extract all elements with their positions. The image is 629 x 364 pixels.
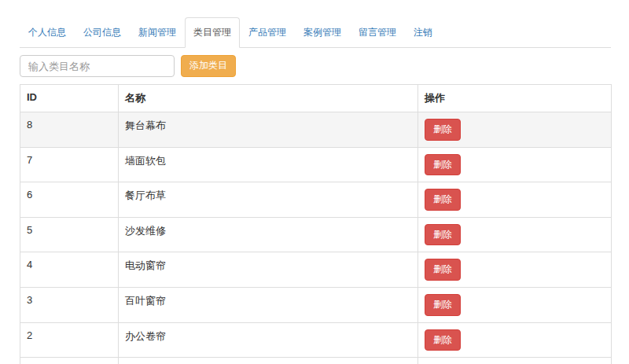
row-id-cell: 8 (20, 112, 119, 148)
nav-tabs: 个人信息公司信息新闻管理类目管理产品管理案例管理留言管理注销 (20, 17, 611, 48)
tab-3[interactable]: 新闻管理 (130, 17, 185, 48)
delete-button[interactable]: 删除 (425, 259, 461, 281)
table-row: 8 舞台幕布 删除 (20, 112, 612, 148)
row-name-cell: 舞台幕布 (119, 112, 418, 148)
row-actions-cell: 删除 (418, 182, 612, 218)
delete-button[interactable]: 删除 (425, 154, 461, 176)
tab-7[interactable]: 留言管理 (350, 17, 405, 48)
delete-button[interactable]: 删除 (425, 119, 461, 141)
row-id-cell: 6 (20, 182, 119, 218)
tab-5[interactable]: 产品管理 (240, 17, 295, 48)
table-row: 7 墙面软包 删除 (20, 147, 612, 182)
table-row: 4 电动窗帘 删除 (20, 252, 612, 288)
category-table: ID 名称 操作 8 舞台幕布 删除 7 墙面软包 删除 6 餐厅布草 删除 5… (20, 84, 612, 364)
table-row: 3 百叶窗帘 删除 (20, 287, 612, 322)
category-name-input[interactable] (20, 55, 175, 77)
column-header-name: 名称 (119, 85, 418, 112)
row-actions-cell: 删除 (418, 147, 612, 182)
table-header-row: ID 名称 操作 (20, 85, 612, 112)
delete-button[interactable]: 删除 (425, 294, 461, 316)
tab-label[interactable]: 类目管理 (185, 17, 240, 48)
row-name-cell: 餐厅布草 (119, 182, 418, 218)
row-id-cell: 3 (20, 287, 119, 322)
column-header-actions: 操作 (418, 85, 612, 112)
tab-6[interactable]: 案例管理 (295, 17, 350, 48)
category-toolbar: 添加类目 (20, 55, 611, 77)
tab-2[interactable]: 公司信息 (75, 17, 130, 48)
add-category-button[interactable]: 添加类目 (181, 55, 236, 77)
row-id-cell: 1 (20, 358, 119, 364)
table-row: 2 办公卷帘 删除 (20, 322, 612, 358)
row-actions-cell: 删除 (418, 322, 612, 358)
row-name-cell: 电动窗帘 (119, 252, 418, 288)
tab-label[interactable]: 留言管理 (350, 17, 405, 48)
row-actions-cell: 删除 (418, 358, 612, 364)
row-name-cell: 布艺窗帘 (119, 358, 418, 364)
row-id-cell: 2 (20, 322, 119, 358)
row-id-cell: 5 (20, 217, 119, 252)
row-actions-cell: 删除 (418, 112, 612, 148)
tab-label[interactable]: 个人信息 (20, 17, 75, 48)
table-row: 6 餐厅布草 删除 (20, 182, 612, 218)
tab-label[interactable]: 产品管理 (240, 17, 295, 48)
tab-label[interactable]: 案例管理 (295, 17, 350, 48)
row-actions-cell: 删除 (418, 252, 612, 288)
tab-label[interactable]: 公司信息 (75, 17, 130, 48)
row-id-cell: 7 (20, 147, 119, 182)
delete-button[interactable]: 删除 (425, 189, 461, 211)
delete-button[interactable]: 删除 (425, 224, 461, 246)
tab-1[interactable]: 个人信息 (20, 17, 75, 48)
tab-4[interactable]: 类目管理 (185, 17, 240, 48)
table-row: 5 沙发维修 删除 (20, 217, 612, 252)
row-name-cell: 墙面软包 (119, 147, 418, 182)
row-name-cell: 百叶窗帘 (119, 287, 418, 322)
tab-8[interactable]: 注销 (405, 17, 441, 48)
category-management-page: 个人信息公司信息新闻管理类目管理产品管理案例管理留言管理注销 添加类目 ID 名… (0, 0, 629, 364)
tab-label[interactable]: 新闻管理 (130, 17, 185, 48)
column-header-id: ID (20, 85, 119, 112)
delete-button[interactable]: 删除 (425, 329, 461, 351)
row-name-cell: 沙发维修 (119, 217, 418, 252)
row-name-cell: 办公卷帘 (119, 322, 418, 358)
row-id-cell: 4 (20, 252, 119, 288)
table-row: 1 布艺窗帘 删除 (20, 358, 612, 364)
tab-label[interactable]: 注销 (405, 17, 441, 48)
row-actions-cell: 删除 (418, 287, 612, 322)
row-actions-cell: 删除 (418, 217, 612, 252)
